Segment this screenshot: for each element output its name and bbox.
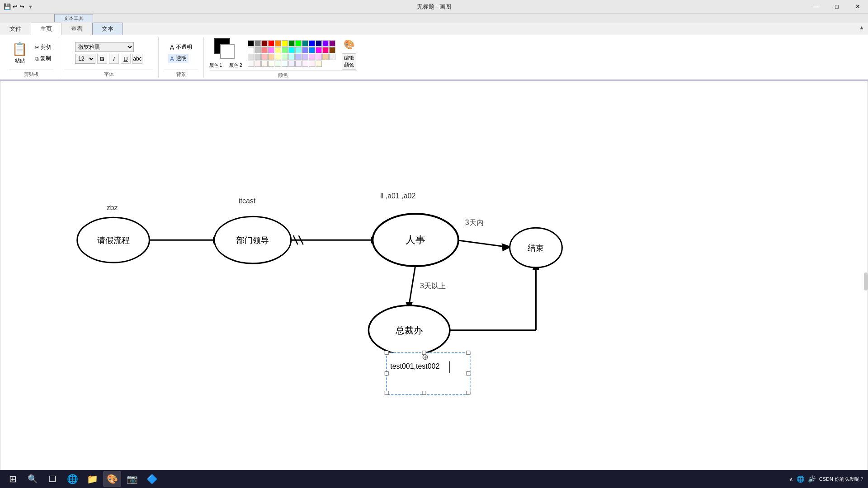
color-swatch-16[interactable] — [268, 47, 274, 53]
color-swatch-13[interactable] — [248, 47, 254, 53]
font-size-select[interactable]: 12 — [75, 54, 95, 64]
color-swatch-31[interactable] — [282, 54, 288, 60]
copy-button[interactable]: ⧉ 复制 — [33, 54, 53, 63]
handle-mr[interactable] — [467, 372, 470, 375]
app5-button[interactable]: 📷 — [123, 471, 141, 487]
handle-ml[interactable] — [385, 372, 388, 375]
color-swatch-35[interactable] — [309, 54, 315, 60]
color-swatch-28[interactable] — [261, 54, 268, 60]
explorer-button[interactable]: 📁 — [83, 471, 101, 487]
color-swatch-20[interactable] — [295, 47, 302, 53]
tab-text[interactable]: 文本 — [92, 23, 123, 35]
font-group: 微软雅黑 12 B I U abc 字体 — [59, 37, 159, 78]
color-swatch-6[interactable] — [288, 40, 295, 47]
color-swatch-42[interactable] — [268, 61, 274, 67]
transparent-option[interactable]: A 透明 — [168, 54, 189, 63]
color-swatch-43[interactable] — [275, 61, 281, 67]
color-swatch-30[interactable] — [275, 54, 281, 60]
save-icon[interactable]: 💾 — [4, 3, 11, 10]
color-swatch-15[interactable] — [261, 47, 268, 53]
text-box-text[interactable]: test001,test002 — [390, 362, 439, 370]
canvas-area[interactable]: zbz itcast ll ,a01 ,a02 3天内 3天以上 请假流程 — [0, 80, 868, 483]
color-swatch-45[interactable] — [288, 61, 295, 67]
color-swatch-11[interactable] — [322, 40, 329, 47]
app6-button[interactable]: 🔷 — [143, 471, 161, 487]
color-swatch-41[interactable] — [261, 61, 268, 67]
handle-bm[interactable] — [422, 391, 426, 394]
bold-button[interactable]: B — [97, 54, 107, 64]
color-swatch-8[interactable] — [302, 40, 308, 47]
color-swatch-46[interactable] — [295, 61, 302, 67]
edit-colors-button[interactable]: 编辑 颜色 — [342, 53, 356, 70]
opaque-option[interactable]: A 不透明 — [168, 42, 194, 52]
color-swatch-26[interactable] — [248, 54, 254, 60]
handle-br[interactable] — [467, 391, 470, 394]
color-swatch-34[interactable] — [302, 54, 308, 60]
color-swatch-39[interactable] — [248, 61, 254, 67]
clock[interactable]: CSDN 你的头发呢？ — [819, 476, 864, 483]
color-swatch-4[interactable] — [275, 40, 281, 47]
color-swatch-27[interactable] — [255, 54, 261, 60]
start-button[interactable]: ⊞ — [4, 471, 22, 487]
color-swatch-22[interactable] — [309, 47, 315, 53]
color-swatch-48[interactable] — [309, 61, 315, 67]
collapse-ribbon-button[interactable]: ▲ — [855, 23, 868, 35]
customizer-icon[interactable]: ▼ — [28, 4, 33, 9]
undo-icon[interactable]: ↩ — [13, 3, 18, 10]
underline-button[interactable]: U — [121, 54, 131, 64]
color-row-0 — [248, 40, 335, 47]
maximize-button[interactable]: □ — [826, 0, 847, 14]
color-swatch-44[interactable] — [282, 61, 288, 67]
tab-home[interactable]: 主页 — [31, 23, 61, 35]
color-swatch-49[interactable] — [316, 61, 322, 67]
color-swatch-21[interactable] — [302, 47, 308, 53]
color-swatch-36[interactable] — [316, 54, 322, 60]
paint-button[interactable]: 🎨 — [103, 471, 121, 487]
color-swatch-40[interactable] — [255, 61, 261, 67]
handle-tm[interactable] — [422, 351, 426, 355]
color-swatch-23[interactable] — [316, 47, 322, 53]
task-view-button[interactable]: ❑ — [43, 471, 61, 487]
color-swatch-12[interactable] — [329, 40, 335, 47]
color-swatch-5[interactable] — [282, 40, 288, 47]
color-swatch-32[interactable] — [288, 54, 295, 60]
color-swatch-37[interactable] — [322, 54, 329, 60]
handle-tr[interactable] — [467, 351, 470, 355]
tab-file[interactable]: 文件 — [0, 23, 31, 35]
network-icon[interactable]: 🌐 — [797, 475, 804, 483]
color-swatch-9[interactable] — [309, 40, 315, 47]
tray-chevron-icon[interactable]: ∧ — [789, 476, 793, 482]
scrollbar-handle[interactable] — [864, 272, 868, 291]
redo-icon[interactable]: ↪ — [19, 3, 24, 10]
color-swatch-19[interactable] — [288, 47, 295, 53]
strikethrough-button[interactable]: abc — [132, 54, 142, 64]
color-swatch-38[interactable] — [329, 54, 335, 60]
close-button[interactable]: ✕ — [847, 0, 868, 14]
color-swatch-18[interactable] — [282, 47, 288, 53]
color-swatch-33[interactable] — [295, 54, 302, 60]
volume-icon[interactable]: 🔊 — [808, 475, 816, 483]
color-swatch-17[interactable] — [275, 47, 281, 53]
italic-button[interactable]: I — [109, 54, 119, 64]
color-swatch-29[interactable] — [268, 54, 274, 60]
search-button[interactable]: 🔍 — [24, 471, 42, 487]
handle-bl[interactable] — [385, 391, 388, 394]
color-swatch-1[interactable] — [255, 40, 261, 47]
color-swatch-0[interactable] — [248, 40, 254, 47]
minimize-button[interactable]: — — [806, 0, 826, 14]
color-swatch-10[interactable] — [316, 40, 322, 47]
tab-view[interactable]: 查看 — [61, 23, 92, 35]
handle-tl[interactable] — [385, 351, 388, 355]
color-swatch-14[interactable] — [255, 47, 261, 53]
edge-button[interactable]: 🌐 — [63, 471, 81, 487]
color-swatch-2[interactable] — [261, 40, 268, 47]
color-swatch-7[interactable] — [295, 40, 302, 47]
cut-button[interactable]: ✂ 剪切 — [33, 42, 53, 52]
color-swatch-3[interactable] — [268, 40, 274, 47]
color2-swatch[interactable] — [220, 44, 235, 59]
color-swatch-25[interactable] — [329, 47, 335, 53]
font-name-select[interactable]: 微软雅黑 — [75, 42, 134, 52]
color-swatch-47[interactable] — [302, 61, 308, 67]
paste-button[interactable]: 📋 粘贴 — [9, 40, 30, 66]
color-swatch-24[interactable] — [322, 47, 329, 53]
